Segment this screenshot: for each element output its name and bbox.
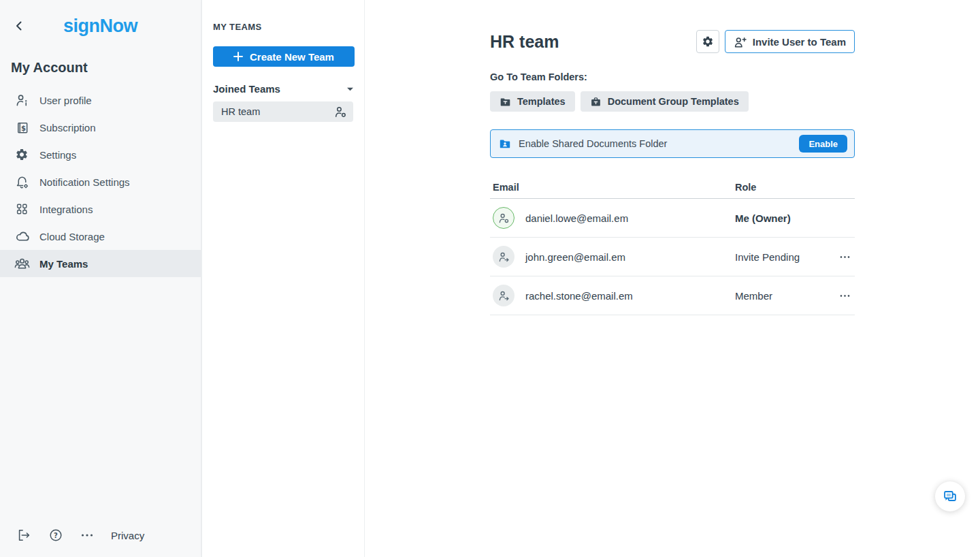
create-new-team-button[interactable]: Create New Team — [213, 46, 355, 67]
chat-bubbles-icon — [941, 488, 959, 505]
logout-button[interactable] — [16, 528, 31, 543]
shared-documents-banner: Enable Shared Documents Folder Enable — [490, 129, 855, 158]
help-button[interactable]: ? — [48, 528, 63, 543]
chevron-left-icon — [14, 20, 24, 31]
member-email: daniel.lowe@email.em — [525, 212, 628, 224]
sidebar-item-settings[interactable]: Settings — [0, 141, 201, 168]
folder-templates-icon — [500, 96, 511, 108]
invited-avatar — [493, 285, 514, 306]
sidebar-item-notification-settings[interactable]: Notification Settings — [0, 168, 201, 195]
enable-shared-folder-button[interactable]: Enable — [799, 135, 847, 153]
shared-documents-banner-text: Enable Shared Documents Folder — [519, 138, 799, 149]
templates-folder-button[interactable]: Templates — [490, 91, 575, 112]
sidebar-item-label: Subscription — [39, 122, 96, 133]
ellipsis-icon — [80, 528, 94, 542]
member-role: Member — [735, 290, 772, 302]
sidebar-item-label: Cloud Storage — [39, 231, 105, 242]
team-folders-label: Go To Team Folders: — [490, 71, 855, 82]
member-email: john.green@email.em — [525, 251, 625, 263]
row-menu-button[interactable] — [836, 249, 853, 266]
caret-down-icon — [347, 87, 353, 91]
owner-avatar — [493, 207, 514, 229]
teams-panel: MY TEAMS Create New Team Joined Teams HR… — [201, 0, 365, 557]
privacy-link[interactable]: Privacy — [111, 530, 144, 541]
page-title-my-account: My Account — [11, 60, 190, 76]
sidebar-item-my-teams[interactable]: My Teams — [0, 250, 201, 277]
sidebar-item-subscription[interactable]: $ Subscription — [0, 114, 201, 141]
sidebar-footer: ? Privacy — [0, 513, 201, 557]
account-nav: User profile $ Subscription Settings — [0, 86, 201, 277]
member-email: rachel.stone@email.em — [525, 290, 633, 302]
support-chat-button[interactable] — [935, 481, 965, 511]
sidebar-item-label: User profile — [39, 95, 92, 106]
templates-label: Templates — [517, 96, 566, 107]
back-button[interactable] — [12, 19, 26, 33]
team-name-label: HR team — [221, 106, 260, 117]
table-row: daniel.lowe@email.em Me (Owner) — [490, 199, 855, 238]
account-sidebar: signNow My Account User profile $ Subscr… — [0, 0, 201, 557]
sidebar-item-label: Integrations — [39, 204, 93, 215]
gear-icon — [702, 35, 714, 48]
team-list-item-hr-team[interactable]: HR team — [213, 101, 353, 122]
person-arrow-icon — [498, 290, 510, 302]
team-title: HR team — [490, 32, 696, 52]
role-column-header: Role — [735, 182, 855, 193]
sidebar-item-cloud-storage[interactable]: Cloud Storage — [0, 223, 201, 250]
table-row: john.green@email.em Invite Pending — [490, 238, 855, 276]
row-menu-button[interactable] — [836, 287, 853, 304]
ellipsis-icon — [839, 251, 851, 263]
teams-panel-header: MY TEAMS — [213, 22, 353, 32]
team-folder-buttons: Templates Document Group Templates — [490, 91, 855, 112]
email-column-header: Email — [493, 182, 735, 193]
team-detail-main: HR team Invite User to Team Go To Team F… — [365, 0, 980, 557]
ellipsis-icon — [839, 290, 851, 302]
sidebar-item-label: Settings — [39, 149, 76, 161]
svg-text:$: $ — [21, 124, 26, 131]
member-email-cell: daniel.lowe@email.em — [493, 207, 735, 229]
people-group-icon — [14, 257, 30, 271]
person-dot-icon — [334, 106, 347, 118]
card-dollar-icon: $ — [14, 121, 30, 135]
invite-user-label: Invite User to Team — [753, 36, 846, 48]
shared-folder-icon — [499, 138, 511, 150]
member-role-cell: Me (Owner) — [735, 212, 855, 224]
plus-icon — [233, 52, 243, 61]
bell-gear-icon — [14, 175, 30, 189]
sidebar-item-user-profile[interactable]: User profile — [0, 86, 201, 114]
member-email-cell: john.green@email.em — [493, 246, 735, 268]
joined-teams-label: Joined Teams — [213, 83, 280, 95]
more-options-button[interactable] — [80, 528, 94, 542]
sidebar-item-integrations[interactable]: Integrations — [0, 195, 201, 223]
member-role-cell: Invite Pending — [735, 249, 855, 266]
sidebar-item-label: My Teams — [39, 258, 88, 270]
team-detail-content: HR team Invite User to Team Go To Team F… — [490, 0, 855, 315]
member-email-cell: rachel.stone@email.em — [493, 285, 735, 306]
member-role: Invite Pending — [735, 251, 800, 263]
sidebar-item-label: Notification Settings — [39, 176, 130, 188]
sidebar-top: signNow — [0, 0, 201, 52]
team-header-row: HR team Invite User to Team — [490, 30, 855, 53]
document-group-templates-label: Document Group Templates — [608, 96, 739, 107]
table-row: rachel.stone@email.em Member — [490, 276, 855, 315]
member-role-cell: Member — [735, 287, 855, 304]
person-arrow-icon — [498, 251, 510, 263]
person-plus-icon — [734, 35, 747, 48]
invited-avatar — [493, 246, 514, 268]
briefcase-templates-icon — [590, 96, 602, 108]
document-group-templates-button[interactable]: Document Group Templates — [581, 91, 749, 112]
member-role: Me (Owner) — [735, 212, 791, 224]
create-new-team-label: Create New Team — [250, 51, 334, 63]
gear-icon — [14, 148, 30, 161]
signnow-logo[interactable]: signNow — [0, 16, 201, 37]
person-dot-icon — [498, 212, 510, 224]
invite-user-to-team-button[interactable]: Invite User to Team — [725, 30, 855, 53]
linked-squares-icon — [14, 202, 30, 216]
person-info-icon — [14, 93, 30, 108]
table-header-row: Email Role — [490, 176, 855, 199]
team-members-table: Email Role daniel.lowe@email.em Me (Owne… — [490, 176, 855, 315]
svg-text:?: ? — [54, 532, 58, 539]
joined-teams-toggle[interactable]: Joined Teams — [213, 83, 353, 95]
team-settings-button[interactable] — [696, 30, 719, 53]
cloud-icon — [14, 229, 30, 244]
sign-out-icon — [16, 528, 31, 543]
